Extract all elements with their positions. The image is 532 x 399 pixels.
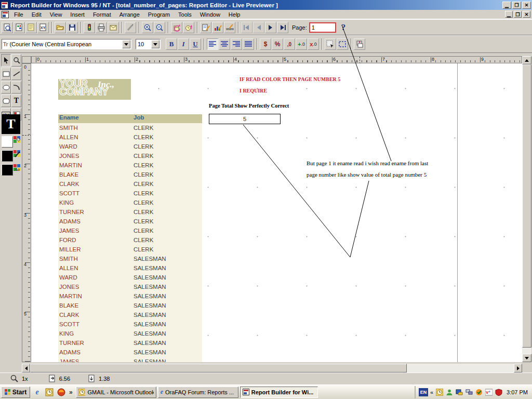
restore-button[interactable]: ❐ xyxy=(512,2,521,9)
language-indicator[interactable]: EN xyxy=(419,388,428,396)
default-layer-icon[interactable] xyxy=(325,38,336,50)
live-previewer-icon[interactable] xyxy=(2,22,13,33)
zoom-out-icon[interactable] xyxy=(154,22,165,33)
comma-format-button[interactable]: ,0 xyxy=(284,38,295,50)
align-right-button[interactable] xyxy=(231,38,242,50)
horizontal-scrollbar[interactable] xyxy=(22,364,522,373)
open-icon[interactable] xyxy=(55,22,66,33)
text-color-icon[interactable]: Aa xyxy=(14,164,21,172)
italic-button[interactable]: I xyxy=(178,38,189,50)
currency-format-button[interactable]: $ xyxy=(260,38,271,50)
bold-button[interactable]: B xyxy=(166,38,177,50)
tray-window-icon[interactable] xyxy=(455,388,463,396)
align-center-button[interactable] xyxy=(219,38,230,50)
menu-item[interactable]: Edit xyxy=(28,10,46,19)
line-tool[interactable] xyxy=(11,68,21,80)
menu-item[interactable]: Insert xyxy=(66,10,89,19)
ellipse-tool[interactable] xyxy=(1,81,11,94)
layout-model-icon[interactable] xyxy=(25,22,37,33)
tray-update-check-icon[interactable] xyxy=(475,388,483,396)
font-size-dropdown-button[interactable] xyxy=(151,40,159,48)
underline-button[interactable]: U xyxy=(190,38,201,50)
child-minimize-button[interactable]: ▁ xyxy=(505,11,513,18)
taskbar-item-report-builder[interactable]: Report Builder for Wi... xyxy=(240,387,318,398)
rectangle-tool[interactable] xyxy=(1,68,11,80)
save-icon[interactable] xyxy=(66,22,78,33)
menu-item[interactable]: Arrange xyxy=(115,10,144,19)
text-color-chip[interactable] xyxy=(2,164,13,176)
edit-chart-icon[interactable] xyxy=(212,22,223,33)
tray-user-icon[interactable] xyxy=(445,388,453,396)
zoom-in-icon[interactable] xyxy=(142,22,153,33)
previous-page-button[interactable] xyxy=(253,22,264,33)
menu-item[interactable]: Window xyxy=(196,10,224,19)
arc-tool[interactable] xyxy=(11,81,21,94)
last-page-button[interactable] xyxy=(277,22,288,33)
tray-chevron-icon[interactable]: « xyxy=(430,389,433,395)
insert-date-icon[interactable] xyxy=(171,22,182,33)
tray-network-icon[interactable] xyxy=(465,388,473,396)
quick-launch-ie-icon[interactable]: e xyxy=(32,387,42,397)
select-tool[interactable] xyxy=(1,54,11,66)
align-justify-button[interactable] xyxy=(243,38,254,50)
percent-format-button[interactable]: % xyxy=(272,38,283,50)
print-icon[interactable] xyxy=(96,22,107,33)
edit-text-icon[interactable] xyxy=(200,22,211,33)
menu-item[interactable]: View xyxy=(46,10,66,19)
page-number-input[interactable] xyxy=(309,22,336,33)
vertical-scrollbar[interactable] xyxy=(522,56,531,362)
scroll-left-button[interactable] xyxy=(22,364,30,373)
child-close-button[interactable]: ✕ xyxy=(523,11,530,18)
quick-launch-outlook-icon[interactable] xyxy=(44,387,54,397)
document-icon[interactable] xyxy=(2,11,9,18)
rounded-rectangle-tool[interactable] xyxy=(1,95,11,107)
tray-vnc-icon[interactable]: V² xyxy=(485,388,493,396)
page-total-field[interactable]: 5 xyxy=(209,114,281,124)
align-left-button[interactable] xyxy=(207,38,218,50)
taskbar-item-outlook[interactable]: GMAIL - Microsoft Outlook xyxy=(76,387,156,398)
title-bar[interactable]: Report Builder for Windows 95 / NT - [to… xyxy=(0,0,532,10)
tray-shield-icon[interactable] xyxy=(495,388,502,396)
menu-item[interactable]: Program xyxy=(144,10,174,19)
scroll-right-button[interactable] xyxy=(514,364,522,373)
add-decimal-button[interactable]: +.0 xyxy=(296,38,307,50)
menu-item[interactable]: File xyxy=(10,10,28,19)
menu-item[interactable]: Help xyxy=(224,10,245,19)
child-restore-button[interactable]: ❐ xyxy=(514,11,522,18)
help-icon[interactable]: ? xyxy=(341,22,346,33)
quick-launch-red-app-icon[interactable] xyxy=(56,387,66,397)
report-canvas[interactable]: YOUR COMPANY Inc., IF READ COLOR THEN PA… xyxy=(31,63,522,362)
first-page-button[interactable] xyxy=(241,22,252,33)
magnify-tool[interactable] xyxy=(11,54,21,66)
font-family-dropdown-button[interactable] xyxy=(122,40,130,48)
fill-color-icon[interactable] xyxy=(14,136,21,144)
minimize-button[interactable]: ▁ xyxy=(502,2,511,9)
flex-mode-icon[interactable] xyxy=(354,38,365,50)
line-color-chip[interactable] xyxy=(2,150,13,162)
font-family-select[interactable]: Tr (Courier New (Central European xyxy=(2,39,131,49)
insert-time-icon[interactable] xyxy=(183,22,194,33)
close-button[interactable]: ✕ xyxy=(522,2,531,9)
data-model-icon[interactable] xyxy=(14,22,25,33)
menu-item[interactable]: Format xyxy=(89,10,115,19)
fill-color-chip[interactable] xyxy=(2,136,13,148)
tray-clock-icon[interactable] xyxy=(435,388,443,396)
quick-launch-overflow-icon[interactable]: » xyxy=(69,389,73,396)
start-button[interactable]: Start xyxy=(1,387,30,398)
scroll-up-button[interactable] xyxy=(522,56,531,64)
taskbar-item-orafaq[interactable]: e OraFAQ Forum: Reports ... xyxy=(158,387,238,398)
next-page-button[interactable] xyxy=(265,22,276,33)
horizontal-scroll-thumb[interactable] xyxy=(30,364,407,373)
scroll-down-button[interactable] xyxy=(522,354,531,362)
font-size-select[interactable]: 10 xyxy=(136,39,161,49)
text-tool[interactable]: T xyxy=(11,95,21,107)
run-report-icon[interactable] xyxy=(84,22,95,33)
edit-web-source-icon[interactable]: www xyxy=(224,22,235,33)
remove-decimal-button[interactable]: x.0 xyxy=(308,38,319,50)
line-color-icon[interactable] xyxy=(14,150,21,158)
confine-mode-icon[interactable] xyxy=(337,38,348,50)
mail-icon[interactable] xyxy=(108,22,119,33)
menu-item[interactable]: Tools xyxy=(174,10,196,19)
vertical-scroll-thumb[interactable] xyxy=(522,64,531,348)
parameter-form-icon[interactable]: XY xyxy=(37,22,49,33)
